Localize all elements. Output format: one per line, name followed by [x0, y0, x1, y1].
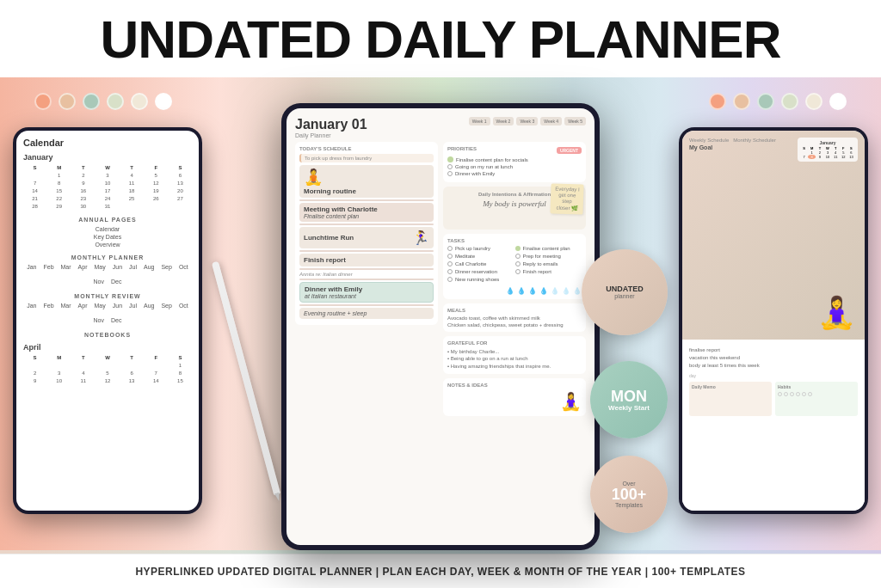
badge-undated: UNDATED planner	[582, 249, 668, 335]
week-tab-1[interactable]: Week 1	[469, 117, 490, 126]
grateful-section: Grateful for • My birthday Charlie... • …	[443, 336, 586, 374]
water-drop-7: 💧	[573, 287, 582, 295]
dot-7	[709, 93, 726, 110]
meeting-subtext: Finalise content plan	[304, 213, 429, 219]
task-2: Finalise content plan	[515, 246, 582, 251]
report-text: Finish report	[304, 256, 429, 264]
meal-2: Chicken salad, chickpeas, sweet potato +…	[447, 322, 582, 328]
task-check-8	[515, 269, 521, 274]
task-check-9	[447, 277, 453, 282]
priority-1: Finalise content plan for socials	[447, 156, 582, 162]
dot-3	[83, 93, 100, 110]
planner-left-column: Today's Schedule To pick up dress from l…	[295, 142, 438, 536]
dot-6	[155, 93, 172, 110]
notes-illustration: 🧘‍♀️	[447, 391, 582, 412]
water-drop-6: 💧	[562, 287, 570, 295]
task-check-3	[447, 254, 453, 259]
water-tracker: 💧 💧 💧 💧 💧 💧 💧	[447, 287, 582, 295]
calendar-april: April SMTWTFS 1 2345678 9101112131415	[23, 343, 192, 384]
week-tab-4[interactable]: Week 4	[540, 117, 562, 126]
badge-templates-label: Templates	[615, 502, 643, 508]
calendar-january: January S M T W T F S 123456 78910111213…	[23, 153, 192, 210]
right-bottom-cell-2: Habits	[775, 382, 858, 416]
notebooks-title: NOTEBOOKS	[23, 332, 192, 338]
dot-12	[829, 93, 847, 110]
meeting-text: Meeting with Charlotte	[304, 205, 429, 213]
planner-subtitle: Daily Planner	[295, 132, 367, 138]
right-cal-grid: S M T W T F S 1 2 3 4 5 6 7	[800, 146, 855, 159]
divider-5	[299, 279, 434, 280]
dinner-text: Dinner with Emily	[305, 285, 428, 293]
overview-link[interactable]: Overview	[23, 242, 192, 248]
schedule-section: Today's Schedule To pick up dress from l…	[295, 142, 438, 325]
right-cal-month: January	[800, 140, 855, 145]
annual-pages-section: ANNUAL PAGES Calendar Key Dates Overview	[23, 217, 192, 248]
grateful-title: Grateful for	[447, 340, 582, 346]
notebooks-section: NOTEBOOKS	[23, 332, 192, 338]
priority-text-2: Going on my run at lunch	[455, 164, 513, 169]
week-tab-2[interactable]: Week 2	[493, 117, 514, 126]
week-tab-3[interactable]: Week 3	[516, 117, 538, 126]
priorities-header: Priorities URGENT	[447, 146, 582, 154]
affirmation-sticky: Everyday Iget onestepcloser 🌿	[550, 183, 584, 214]
main-container: UNDATED DAILY PLANNER Calendar January	[0, 0, 881, 588]
urgent-badge: URGENT	[557, 147, 582, 154]
dot-2	[59, 93, 76, 110]
device-left-screen: Calendar January S M T W T F S 123456 78…	[16, 131, 199, 511]
right-bottom-cell-1: Daily Memo	[689, 382, 772, 416]
task-check-5	[447, 261, 453, 266]
planner-date: January 01	[295, 117, 367, 132]
task-1: Pick up laundry	[447, 246, 514, 251]
dots-left	[34, 93, 172, 110]
task-check-7	[447, 269, 453, 274]
notes-section: Notes & Ideas 🧘‍♀️	[443, 378, 586, 416]
key-dates-link[interactable]: Key Dates	[23, 234, 192, 240]
planner-week-tabs: Week 1 Week 2 Week 3 Week 4 Week 5	[469, 117, 586, 126]
task-check-2	[515, 246, 521, 251]
badge-undated-text2: planner	[614, 293, 634, 299]
right-screen-top: 🧘‍♀️ Weekly Schedule Monthly Scheduler M…	[682, 131, 865, 340]
priority-text-3: Dinner with Emily	[455, 171, 495, 176]
page-title: UNDATED DAILY PLANNER	[101, 9, 781, 70]
meal-1: Avocado toast, coffee with skimmed milk	[447, 315, 582, 321]
monthly-review-section: MONTHLY REVIEW JanFebMarApr MayJunJulAug…	[23, 293, 192, 325]
dot-10	[781, 93, 798, 110]
task-check-1	[447, 246, 453, 251]
dinner-subtext: at Italian restaurant	[305, 293, 428, 299]
notes-title: Notes & Ideas	[447, 383, 582, 388]
device-left: Calendar January S M T W T F S 123456 78…	[13, 127, 202, 514]
priority-2: Going on my run at lunch	[447, 164, 582, 169]
yoga-illustration: 🧘‍♀️	[817, 295, 856, 331]
calendar-title: Calendar	[23, 138, 192, 148]
schedule-report: Finish report	[299, 254, 434, 266]
device-right: 🧘‍♀️ Weekly Schedule Monthly Scheduler M…	[679, 127, 868, 514]
task-6: Reply to emails	[515, 261, 582, 266]
schedule-dinner: Dinner with Emily at Italian restaurant	[299, 282, 434, 303]
schedule-meeting: Meeting with Charlotte Finalise content …	[299, 203, 434, 222]
right-mini-calendar: January S M T W T F S 1 2 3 4 5	[798, 138, 858, 162]
divider-6	[299, 304, 434, 306]
right-bottom-grid: Daily Memo Habits	[689, 382, 858, 416]
tasks-grid: Pick up laundry Finalise content plan Me…	[447, 246, 582, 284]
calendar-link[interactable]: Calendar	[23, 226, 192, 232]
priorities-title: Priorities	[447, 146, 477, 151]
dot-9	[757, 93, 774, 110]
person-icon: 🧘‍♀️	[560, 391, 582, 412]
calendar-grid-apr: SMTWTFS 1 2345678 9101112131415	[23, 354, 192, 384]
evening-text: Evening routine + sleep	[304, 310, 429, 316]
planner-date-section: January 01 Daily Planner	[295, 117, 367, 138]
dot-4	[107, 93, 124, 110]
affirmation-section: Daily Intentions & Affirmation My body i…	[443, 187, 586, 230]
dot-1	[34, 93, 52, 110]
planner-header: January 01 Daily Planner Week 1 Week 2 W…	[295, 117, 586, 138]
priority-check-1	[447, 156, 453, 162]
meals-section: Meals Avocado toast, coffee with skimmed…	[443, 303, 586, 332]
week-tab-5[interactable]: Week 5	[564, 117, 586, 126]
calendar-grid-jan: S M T W T F S 123456 78910111213 1415161…	[23, 164, 192, 210]
badge-undated-text1: UNDATED	[606, 285, 643, 294]
task-5: Call Charlotte	[447, 261, 514, 266]
task-7: Dinner reservation	[447, 269, 514, 274]
morning-text: Morning routine	[304, 187, 429, 195]
schedule-run: Lunchtime Run 🏃‍♀️	[299, 227, 434, 248]
priority-text-1: Finalise content plan for socials	[456, 157, 528, 162]
